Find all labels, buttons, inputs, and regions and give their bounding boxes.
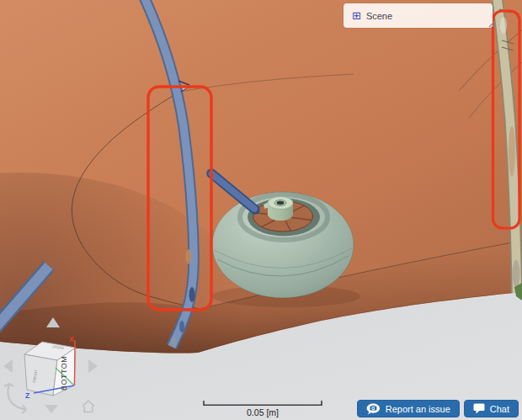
axis-z-label: Z: [25, 391, 29, 400]
footer-button-bar: Report an issue Chat: [357, 400, 519, 417]
scale-bar-label: 0.05 [m]: [247, 407, 279, 417]
chat-label: Chat: [490, 404, 509, 414]
nav-arrow-right-icon[interactable]: [88, 359, 98, 373]
scene-panel[interactable]: ⊞ Scene: [344, 3, 493, 28]
model-canvas[interactable]: BOTTOM FRONT RIGHT X Z 0.05 [m]: [0, 0, 522, 420]
axis-x-line: [75, 340, 76, 385]
chat-button[interactable]: Chat: [464, 400, 519, 417]
axis-x-label: X: [69, 335, 74, 343]
nav-arrow-left-icon[interactable]: [3, 359, 13, 373]
scale-bar: 0.05 [m]: [204, 401, 322, 417]
rotate-view-icon[interactable]: [4, 384, 26, 413]
cube-face-label-bottom[interactable]: BOTTOM: [60, 356, 68, 391]
scale-bar-line: [204, 401, 322, 406]
expand-plus-icon[interactable]: ⊞: [352, 10, 361, 21]
scene-panel-title: Scene: [366, 11, 392, 21]
nav-arrow-down-icon[interactable]: [45, 405, 58, 413]
home-view-icon[interactable]: [83, 401, 94, 412]
chat-bubble-icon: [473, 403, 485, 414]
report-issue-button[interactable]: Report an issue: [357, 400, 460, 417]
panel-resize-handle-icon[interactable]: [487, 19, 497, 29]
report-issue-label: Report an issue: [386, 404, 450, 414]
camera-bubble-icon: [366, 403, 381, 415]
3d-viewport[interactable]: BOTTOM FRONT RIGHT X Z 0.05 [m] ⊞ Scene …: [0, 0, 522, 420]
